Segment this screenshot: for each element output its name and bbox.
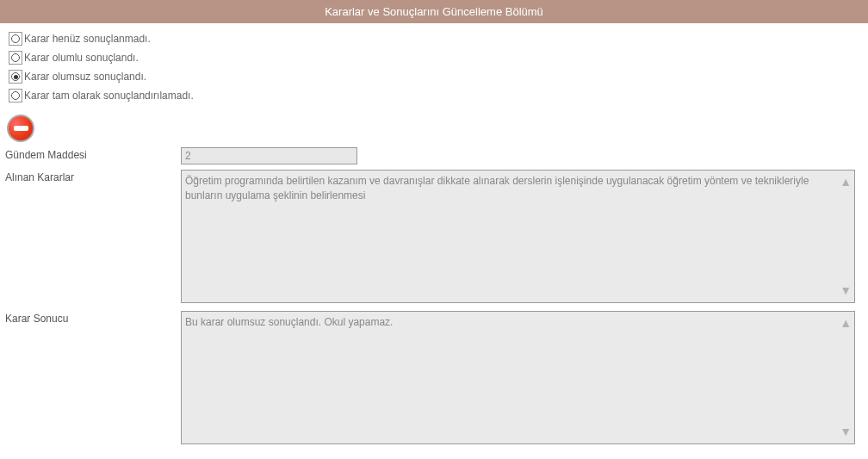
radio-option-incomplete[interactable]: Karar tam olarak sonuçlandırılamadı.: [9, 89, 859, 102]
section-title: Kararlar ve Sonuçlarını Güncelleme Bölüm…: [325, 5, 543, 18]
gundem-input[interactable]: [181, 147, 357, 164]
stop-button-wrap: [0, 115, 868, 147]
radio-circle-icon: [11, 91, 20, 100]
stop-button[interactable]: [7, 115, 34, 142]
radio-circle-icon: [11, 53, 20, 62]
radio-label: Karar olumsuz sonuçlandı.: [24, 71, 146, 83]
no-entry-icon: [7, 115, 34, 142]
radio-label: Karar olumlu sonuçlandı.: [24, 52, 139, 64]
alinan-label: Alınan Kararlar: [0, 170, 181, 183]
sonuc-label: Karar Sonucu: [0, 311, 181, 325]
radio-box: [9, 32, 22, 46]
sonuc-textarea[interactable]: [181, 311, 855, 444]
radio-box: [9, 89, 22, 102]
radio-dot-icon: [14, 75, 18, 79]
section-header: Kararlar ve Sonuçlarını Güncelleme Bölüm…: [0, 0, 868, 23]
gundem-label: Gündem Maddesi: [0, 147, 181, 161]
radio-circle-icon: [11, 72, 20, 81]
decision-status-radio-group: Karar henüz sonuçlanmadı. Karar olumlu s…: [0, 23, 868, 115]
scroll-up-icon[interactable]: ▲: [840, 175, 852, 189]
alinan-textarea-wrap: ▲ ▼: [181, 170, 855, 306]
alinan-textarea[interactable]: [181, 170, 855, 303]
radio-box: [9, 51, 22, 65]
radio-option-pending[interactable]: Karar henüz sonuçlanmadı.: [9, 32, 859, 46]
radio-label: Karar tam olarak sonuçlandırılamadı.: [24, 90, 194, 102]
form-row-gundem: Gündem Maddesi: [0, 147, 868, 164]
scroll-up-icon[interactable]: ▲: [840, 316, 852, 330]
radio-label: Karar henüz sonuçlanmadı.: [24, 33, 151, 45]
radio-option-negative[interactable]: Karar olumsuz sonuçlandı.: [9, 70, 859, 84]
scroll-down-icon[interactable]: ▼: [840, 283, 852, 297]
radio-option-positive[interactable]: Karar olumlu sonuçlandı.: [9, 51, 859, 65]
form-row-sonuc: Karar Sonucu ▲ ▼: [0, 311, 868, 447]
sonuc-textarea-wrap: ▲ ▼: [181, 311, 855, 447]
radio-box: [9, 70, 22, 84]
radio-circle-icon: [11, 34, 20, 43]
form-row-alinan: Alınan Kararlar ▲ ▼: [0, 170, 868, 306]
no-entry-bar-icon: [14, 126, 28, 131]
scroll-down-icon[interactable]: ▼: [840, 425, 852, 438]
